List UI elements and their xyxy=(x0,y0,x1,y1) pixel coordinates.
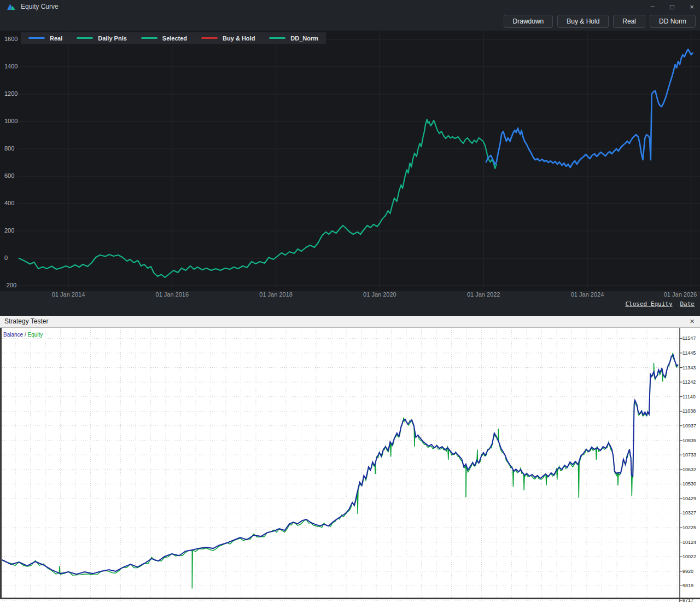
price-scale-tick-label: 10733 xyxy=(682,452,696,458)
axis-field-links: Closed Equity Date xyxy=(625,300,695,308)
legend-item-daily-pnls[interactable]: Daily Pnls xyxy=(77,35,127,42)
x-axis-labels: 01 Jan 201401 Jan 201601 Jan 201801 Jan … xyxy=(0,291,700,300)
price-scale-tick-label: 10632 xyxy=(682,467,696,472)
price-scale-tick-label: 11445 xyxy=(682,350,696,356)
chart-legend: Real Daily Pnls Selected Buy & Hold DD_N… xyxy=(21,32,326,44)
legend-item-dd-norm[interactable]: DD_Norm xyxy=(269,35,318,42)
x-axis-tick-label: 01 Jan 2024 xyxy=(571,291,604,298)
price-scale-tick-label: 10937 xyxy=(682,423,696,429)
x-axis-tick-label: 01 Jan 2022 xyxy=(467,291,500,298)
price-scale-tick-label: 11038 xyxy=(682,408,696,414)
price-scale-tick-label: 10530 xyxy=(682,481,696,487)
price-scale-tick-label: 10835 xyxy=(682,438,696,443)
y-axis-tick-label: 400 xyxy=(4,200,14,206)
price-scale-tick-label: 11547 xyxy=(682,335,696,341)
price-scale-tick-label: 10225 xyxy=(682,525,696,530)
x-axis-tick-label: 01 Jan 2016 xyxy=(156,291,189,298)
window-title: Equity Curve xyxy=(21,3,59,10)
real-button[interactable]: Real xyxy=(613,15,645,28)
maximize-button[interactable]: □ xyxy=(668,3,676,10)
price-scale-tick-label: 9819 xyxy=(682,583,693,588)
balance-equity-legend: Balance / Equity xyxy=(3,332,43,338)
selected-line-swatch-icon xyxy=(141,37,158,39)
legend-item-selected[interactable]: Selected xyxy=(141,35,187,42)
date-link[interactable]: Date xyxy=(680,300,695,308)
equity-chart-canvas[interactable] xyxy=(0,31,700,291)
y-axis-tick-label: 1000 xyxy=(4,118,18,124)
chart-toolbar: Drawdown Buy & Hold Real DD Norm xyxy=(504,15,696,28)
dd-norm-line-swatch-icon xyxy=(269,37,285,39)
y-axis-tick-label: 200 xyxy=(4,227,14,234)
daily-pnls-line-swatch-icon xyxy=(77,37,93,39)
y-axis-tick-label: 0 xyxy=(4,254,8,261)
x-axis-tick-label: 01 Jan 2026 xyxy=(664,291,697,298)
y-axis-tick-label: 1400 xyxy=(4,63,18,70)
strategy-tester-canvas[interactable] xyxy=(0,328,700,602)
strategy-tester-close-icon[interactable]: × xyxy=(690,316,695,326)
x-axis-tick-label: 01 Jan 2014 xyxy=(52,291,85,298)
y-axis-tick-label: 1200 xyxy=(4,90,18,97)
app-logo-icon xyxy=(7,3,16,11)
y-axis-tick-label: -200 xyxy=(4,282,16,288)
close-button[interactable]: × xyxy=(688,3,696,10)
x-axis-tick-label: 01 Jan 2020 xyxy=(363,291,396,298)
price-scale-tick-label: 11140 xyxy=(682,394,696,400)
y-axis-tick-label: 1600 xyxy=(4,36,18,42)
x-axis-tick-label: 01 Jan 2018 xyxy=(259,291,293,298)
strategy-tester-title: Strategy Tester xyxy=(4,317,48,325)
balance-legend-label: Balance xyxy=(3,332,23,338)
price-scale-tick-label: 10429 xyxy=(682,496,696,501)
legend-item-buy-and-hold[interactable]: Buy & Hold xyxy=(201,35,255,42)
title-bar: Equity Curve − □ × xyxy=(0,0,700,13)
equity-legend-label: Equity xyxy=(27,332,43,338)
closed-equity-link[interactable]: Closed Equity xyxy=(625,300,672,308)
minimize-button[interactable]: − xyxy=(649,3,656,10)
y-axis-tick-label: 800 xyxy=(4,145,14,152)
y-axis-tick-label: 600 xyxy=(4,172,14,179)
strategy-tester-panel: Strategy Tester × Balance / Equity 11547… xyxy=(0,316,700,602)
buy-and-hold-button[interactable]: Buy & Hold xyxy=(557,15,609,28)
price-scale-tick-label: 11242 xyxy=(682,379,696,385)
price-scale-tick-label: 10124 xyxy=(682,540,696,545)
equity-curve-window: Equity Curve − □ × Drawdown Buy & Hold R… xyxy=(0,0,700,316)
strategy-tester-chart[interactable]: Balance / Equity 11547114451134311242111… xyxy=(0,327,700,602)
price-scale-tick-label: 9920 xyxy=(682,569,693,574)
price-scale-tick-label: 10327 xyxy=(682,510,696,516)
price-scale-tick-label: 11343 xyxy=(682,365,696,371)
drawdown-button[interactable]: Drawdown xyxy=(504,15,553,28)
equity-chart-plot[interactable]: Real Daily Pnls Selected Buy & Hold DD_N… xyxy=(0,31,700,291)
window-controls: − □ × xyxy=(649,0,696,13)
real-line-swatch-icon xyxy=(28,37,45,39)
desktop: Equity Curve − □ × Drawdown Buy & Hold R… xyxy=(0,0,700,602)
strategy-tester-title-bar: Strategy Tester × xyxy=(0,316,700,327)
legend-item-real[interactable]: Real xyxy=(28,35,62,42)
buy-and-hold-line-swatch-icon xyxy=(201,37,218,39)
price-scale-tick-label: 9717 xyxy=(682,598,693,602)
dd-norm-button[interactable]: DD Norm xyxy=(650,15,696,28)
price-scale-tick-label: 10022 xyxy=(682,554,696,559)
